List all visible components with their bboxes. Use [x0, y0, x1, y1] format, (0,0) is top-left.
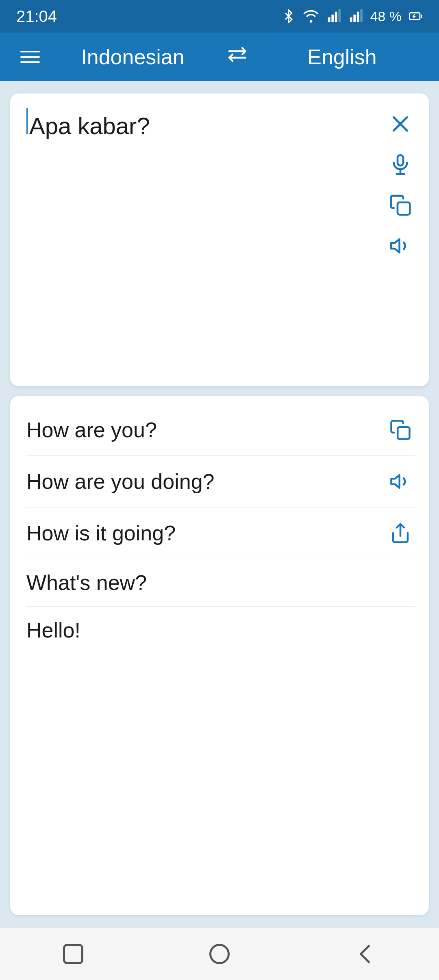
- home-button[interactable]: [199, 938, 240, 970]
- navigation-bar: [0, 927, 439, 980]
- svg-rect-0: [328, 17, 330, 22]
- translation-item: Hello!: [26, 607, 415, 654]
- input-card: Apa kabar?: [10, 93, 429, 386]
- translation-text: How are you?: [26, 418, 157, 442]
- signal-icon: [326, 9, 341, 23]
- speak-source-button[interactable]: [386, 232, 415, 260]
- signal2-icon: [348, 9, 363, 23]
- share-translation-button[interactable]: [386, 519, 415, 547]
- copy-source-button[interactable]: [386, 191, 415, 219]
- svg-rect-19: [64, 945, 83, 963]
- translation-text: Hello!: [26, 618, 80, 642]
- back-button[interactable]: [346, 938, 386, 970]
- svg-rect-5: [353, 15, 356, 22]
- input-actions: [386, 108, 415, 372]
- battery-text: 48 %: [370, 9, 402, 24]
- status-icons: 48 %: [282, 9, 423, 24]
- bluetooth-icon: [282, 9, 296, 23]
- svg-rect-3: [338, 9, 341, 22]
- svg-marker-17: [391, 475, 400, 488]
- microphone-button[interactable]: [386, 150, 415, 179]
- main-content: Apa kabar?: [0, 81, 439, 927]
- translation-text: How are you doing?: [26, 469, 215, 494]
- source-text-input[interactable]: Apa kabar?: [29, 113, 150, 139]
- translation-text: What's new?: [26, 570, 147, 595]
- svg-rect-1: [331, 15, 334, 22]
- menu-button[interactable]: [16, 47, 44, 67]
- svg-rect-14: [398, 202, 410, 215]
- copy-translation-button[interactable]: [386, 416, 415, 444]
- recent-apps-button[interactable]: [53, 938, 93, 970]
- svg-rect-7: [360, 9, 363, 22]
- svg-rect-6: [356, 12, 359, 22]
- wifi-icon: [303, 9, 319, 23]
- battery-icon: [409, 9, 423, 23]
- svg-rect-4: [350, 17, 352, 22]
- clear-button[interactable]: [386, 110, 415, 138]
- speak-translation-button[interactable]: [386, 467, 415, 496]
- app-header: Indonesian English: [0, 33, 439, 81]
- svg-rect-16: [398, 427, 409, 439]
- svg-marker-15: [391, 239, 400, 253]
- svg-rect-2: [335, 12, 337, 22]
- text-cursor: [26, 108, 28, 134]
- translation-item: How are you?: [26, 404, 415, 456]
- status-time: 21:04: [16, 7, 57, 26]
- status-bar: 21:04 48 %: [0, 0, 439, 33]
- translation-item: What's new?: [26, 559, 415, 607]
- source-language[interactable]: Indonesian: [52, 45, 213, 69]
- svg-rect-11: [398, 155, 403, 166]
- swap-languages-button[interactable]: [213, 41, 261, 73]
- translation-item: How is it going?: [26, 507, 415, 559]
- target-language[interactable]: English: [261, 45, 423, 69]
- svg-point-20: [211, 945, 229, 963]
- translation-card: How are you? How are you doing? How is i…: [10, 396, 429, 915]
- translation-text: How is it going?: [26, 521, 176, 545]
- translation-item: How are you doing?: [26, 456, 415, 507]
